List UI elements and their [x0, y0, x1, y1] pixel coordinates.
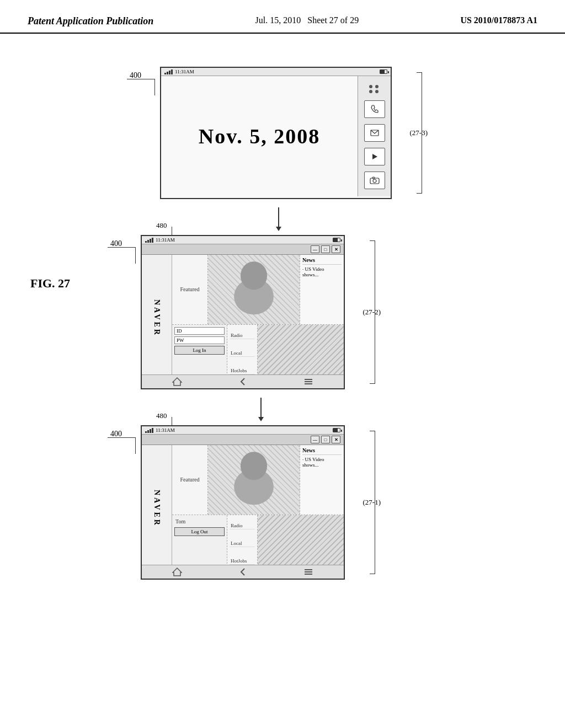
status-bar-d3: 11:31AM: [161, 68, 391, 76]
ref-480-d1: 480: [156, 411, 167, 420]
diagram-27-1: 400 480 11:31AM: [141, 425, 345, 580]
minimize-btn-d2[interactable]: —: [311, 245, 319, 253]
phone-icon: [370, 105, 379, 114]
header-date-sheet: Jul. 15, 2010 Sheet 27 of 29: [255, 15, 359, 25]
tab-hotjobs-d2[interactable]: HotJobs: [230, 367, 255, 374]
diagram-27-2: 400 480 11:31AM: [141, 235, 345, 389]
svg-point-3: [373, 179, 376, 183]
naver-main-d1: Featured News · US Video shows...: [172, 445, 344, 572]
tab-local-d1[interactable]: Local: [230, 540, 255, 547]
id-field-d2[interactable]: ID: [174, 327, 225, 335]
news-item-d2: · US Video shows...: [302, 266, 342, 277]
login-button-d2[interactable]: Log In: [174, 346, 225, 355]
phone-screen-d3: 11:31AM Nov. 5, 2008: [160, 67, 392, 199]
back-icon-d1: [238, 567, 248, 577]
thumbnail-d1: [258, 515, 344, 572]
phone-icon-box: [364, 100, 385, 118]
signal-icon-d3: [164, 69, 173, 74]
naver-bottom-d2: ID PW Log In Radio Local HotJobs: [172, 325, 344, 382]
minimize-btn-d1[interactable]: —: [311, 436, 319, 443]
sheet-info: Sheet 27 of 29: [307, 15, 359, 25]
play-icon-box: [364, 148, 385, 165]
featured-label-d1: Featured: [172, 445, 208, 515]
nav-tabs-d1: Radio Local HotJobs: [227, 515, 258, 572]
fig-label: FIG. 27: [30, 276, 70, 291]
nav-tabs-d2: Radio Local HotJobs: [227, 325, 258, 382]
logout-button-d1[interactable]: Log Out: [174, 527, 225, 536]
tab-radio-d2[interactable]: Radio: [230, 332, 255, 339]
close-btn-d1[interactable]: ✕: [332, 436, 340, 443]
play-icon: [371, 153, 379, 160]
featured-image-d1: [208, 445, 300, 515]
camera-icon: [370, 176, 380, 184]
camera-icon-box: [364, 172, 385, 189]
news-col-d2: News · US Video shows...: [300, 255, 344, 324]
app-title-d1: [145, 436, 147, 443]
home-icon-d1: [172, 567, 182, 577]
news-title-d1: News: [302, 447, 342, 455]
back-icon-d2: [238, 377, 248, 387]
battery-icon-d3: [380, 69, 387, 74]
time-d1: 11:31AM: [156, 427, 175, 433]
svg-marker-9: [173, 568, 182, 576]
naver-top-d2: Featured News · US Video shows...: [172, 255, 344, 325]
signal-icon-d1: [145, 427, 153, 433]
main-content: FIG. 27 400 11:31AM: [0, 34, 565, 712]
publication-title: Patent Application Publication: [28, 15, 153, 27]
app-titlebar-d1: — □ ✕: [142, 435, 344, 445]
tab-radio-d1[interactable]: Radio: [230, 522, 255, 529]
time-d3: 11:31AM: [175, 69, 194, 74]
restore-btn-d1[interactable]: □: [321, 436, 330, 443]
pw-field-d2[interactable]: PW: [174, 336, 225, 344]
signal-icon-d2: [145, 237, 153, 243]
lockscreen-date: Nov. 5, 2008: [161, 76, 358, 196]
sub-ref-d3: (27-3): [410, 129, 428, 137]
svg-rect-8: [305, 383, 312, 384]
menu-icon-d1: [303, 567, 313, 577]
home-icon-d2: [172, 377, 182, 387]
login-area-d2: ID PW Log In: [172, 325, 227, 382]
window-buttons-d2: — □ ✕: [311, 245, 340, 253]
news-item-d1: · US Video shows...: [302, 457, 342, 468]
svg-rect-12: [305, 574, 312, 575]
svg-rect-6: [305, 379, 312, 380]
thumbnail-d2: [258, 325, 344, 382]
restore-btn-d2[interactable]: □: [321, 245, 330, 253]
bottom-nav-d1: [142, 565, 344, 579]
naver-bottom-d1: Tom Log Out Radio Local HotJobs: [172, 515, 344, 572]
status-bar-d1: 11:31AM: [142, 426, 344, 435]
email-icon: [370, 130, 379, 136]
diagram-27-3: 400 11:31AM: [160, 67, 392, 199]
patent-number: US 2010/0178873 A1: [460, 15, 537, 25]
svg-rect-11: [305, 571, 312, 572]
tab-hotjobs-d1[interactable]: HotJobs: [230, 558, 255, 565]
time-d2: 11:31AM: [156, 237, 175, 243]
phone-screen-d1: 11:31AM — □ ✕ NAVER: [141, 425, 345, 580]
app-body-d2: NAVER Featured News · US Vid: [142, 255, 344, 382]
username-d1: Tom: [174, 517, 225, 526]
sub-ref-d2: (27-2): [363, 308, 381, 317]
featured-label-d2: Featured: [172, 255, 208, 324]
phone-screen-d2: 11:31AM — □ ✕ NAVER: [141, 235, 345, 389]
close-btn-d2[interactable]: ✕: [332, 245, 340, 253]
lockscreen-sidebar: [358, 76, 391, 196]
status-bar-d2: 11:31AM: [142, 236, 344, 244]
svg-rect-7: [305, 381, 312, 382]
naver-brand-d1: NAVER: [142, 445, 172, 572]
news-col-d1: News · US Video shows...: [300, 445, 344, 515]
naver-top-d1: Featured News · US Video shows...: [172, 445, 344, 515]
app-title-d2: [145, 246, 147, 253]
grid-dots-icon: [367, 83, 382, 95]
battery-icon-d1: [333, 428, 340, 432]
news-title-d2: News: [302, 257, 342, 265]
arrow-d3-d2: [276, 207, 281, 231]
svg-marker-1: [372, 154, 377, 159]
window-buttons-d1: — □ ✕: [311, 436, 340, 443]
bottom-nav-d2: [142, 374, 344, 388]
svg-marker-5: [173, 378, 182, 386]
tab-local-d2[interactable]: Local: [230, 350, 255, 357]
svg-rect-10: [305, 569, 312, 570]
battery-icon-d2: [333, 238, 340, 242]
app-body-d1: NAVER Featured News · US Vid: [142, 445, 344, 572]
email-icon-box: [364, 124, 385, 142]
